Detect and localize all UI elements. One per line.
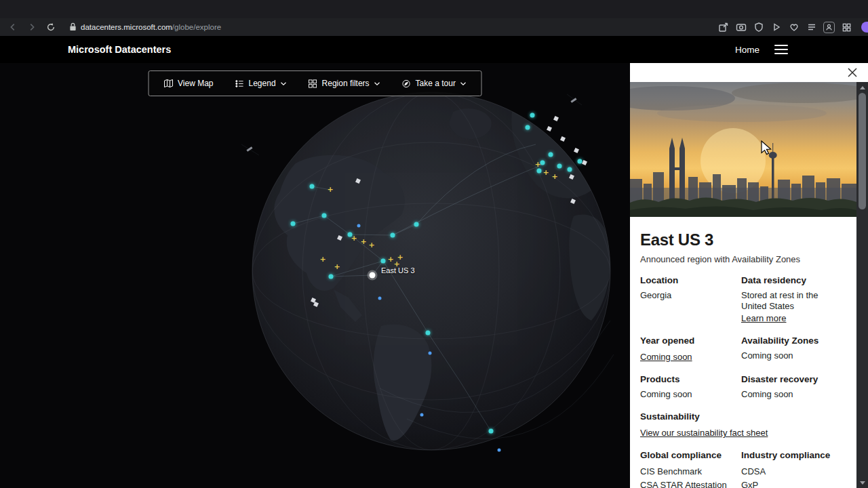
scrollbar-thumb[interactable] (859, 93, 866, 209)
chevron-down-icon (281, 81, 287, 86)
globe-marker[interactable] (414, 222, 419, 227)
globe-marker[interactable] (327, 186, 334, 193)
site-title: Microsoft Datacenters (68, 44, 171, 55)
globe-marker[interactable] (391, 233, 395, 238)
legend-dropdown[interactable]: Legend (224, 71, 298, 96)
tour-icon (402, 79, 411, 88)
shield-icon[interactable] (753, 22, 764, 33)
site-header: Microsoft Datacenters Home (0, 36, 868, 63)
globe-marker[interactable] (420, 413, 424, 417)
globe-marker[interactable] (560, 136, 566, 142)
field-label: Availability Zones (741, 336, 840, 346)
globe-marker[interactable] (310, 184, 315, 189)
sustainability-fact-sheet-link[interactable]: View our sustainability fact sheet (640, 428, 768, 438)
globe-marker[interactable] (570, 199, 576, 204)
scroll-down-icon[interactable] (856, 479, 868, 487)
globe-marker[interactable] (426, 331, 431, 336)
globe-marker[interactable] (549, 152, 553, 157)
globe-marker[interactable] (534, 161, 541, 168)
field-data-residency: Data residency Stored at rest in the Uni… (741, 275, 846, 324)
globe-marker[interactable] (489, 429, 494, 434)
extensions-icon[interactable] (841, 22, 852, 33)
globe-marker[interactable] (313, 302, 319, 307)
panel-scrollbar[interactable] (856, 82, 868, 488)
globe-marker[interactable] (498, 449, 501, 452)
globe-marker[interactable] (429, 352, 432, 355)
field-disaster-recovery: Disaster recovery Coming soon (741, 374, 846, 400)
region-filters-label: Region filters (322, 79, 370, 88)
globe-marker[interactable] (551, 174, 558, 180)
chevron-down-icon (460, 81, 467, 86)
globe-marker[interactable] (381, 259, 386, 264)
learn-more-link[interactable]: Learn more (741, 313, 786, 323)
field-label: Global compliance (640, 450, 734, 460)
compliance-item: CDSA (741, 465, 840, 479)
globe-marker[interactable] (370, 272, 376, 279)
region-subtitle: Announced region with Availability Zones (640, 254, 846, 264)
field-label: Year opened (640, 336, 734, 346)
legend-label: Legend (249, 79, 276, 88)
legend-icon (235, 79, 244, 88)
globe-marker[interactable] (582, 160, 587, 165)
globe-marker[interactable] (357, 224, 361, 228)
view-map-button[interactable]: View Map (153, 71, 224, 96)
close-icon[interactable] (845, 65, 860, 80)
globe-marker[interactable] (334, 264, 340, 270)
globe-marker[interactable] (378, 297, 382, 300)
globe-marker[interactable] (553, 116, 559, 121)
field-industry-compliance: Industry compliance CDSA GxP (741, 450, 846, 488)
field-global-compliance: Global compliance CIS Benchmark CSA STAR… (640, 450, 741, 488)
field-value: Coming soon (640, 389, 734, 400)
globe-marker[interactable] (337, 235, 342, 241)
take-a-tour-dropdown[interactable]: Take a tour (391, 71, 477, 96)
field-location: Location Georgia (640, 275, 741, 324)
url-domain: datacenters.microsoft.com (81, 23, 172, 31)
selected-region-label[interactable]: East US 3 (381, 266, 415, 274)
share-icon[interactable] (717, 22, 729, 33)
globe-marker[interactable] (530, 113, 535, 118)
refresh-button[interactable] (45, 21, 57, 33)
forward-button[interactable] (26, 21, 38, 33)
address-bar[interactable]: datacenters.microsoft.com/globe/explore (69, 22, 221, 33)
field-label: Sustainability (640, 411, 840, 422)
reading-list-icon[interactable] (806, 22, 817, 33)
globe-marker[interactable] (246, 146, 252, 152)
window-titlebar (0, 0, 868, 18)
globe-marker[interactable] (351, 235, 357, 242)
menu-icon[interactable] (774, 42, 788, 57)
globe-marker[interactable] (526, 125, 530, 130)
globe-marker[interactable] (319, 256, 326, 263)
view-map-label: View Map (178, 79, 213, 88)
globe-marker[interactable] (329, 274, 334, 279)
chevron-down-icon (374, 81, 380, 86)
profile-icon[interactable] (823, 22, 835, 33)
year-opened-link[interactable]: Coming soon (640, 352, 692, 362)
globe-marker[interactable] (569, 174, 574, 180)
back-button[interactable] (7, 21, 19, 33)
globe-marker[interactable] (355, 178, 361, 184)
url-path: /globe/explore (172, 23, 221, 31)
take-a-tour-label: Take a tour (416, 79, 456, 88)
globe-marker[interactable] (568, 167, 572, 172)
browser-toolbar: datacenters.microsoft.com/globe/explore (0, 18, 868, 36)
play-icon[interactable] (770, 22, 782, 33)
globe-view[interactable]: View Map Legend Region filters (0, 63, 630, 488)
globe-marker[interactable] (537, 169, 542, 174)
region-hero-image (630, 82, 856, 217)
region-filters-dropdown[interactable]: Region filters (298, 71, 391, 96)
globe-marker[interactable] (547, 126, 552, 131)
globe-marker[interactable] (557, 164, 562, 169)
globe-marker[interactable] (570, 98, 576, 103)
home-link[interactable]: Home (735, 45, 760, 55)
globe-marker[interactable] (574, 148, 579, 153)
heart-icon[interactable] (788, 22, 800, 33)
compliance-item: CSA STAR Attestation (640, 479, 734, 488)
globe-marker[interactable] (360, 239, 367, 245)
avatar[interactable] (861, 22, 868, 33)
globe-marker[interactable] (322, 214, 327, 218)
globe-marker[interactable] (291, 222, 296, 226)
camera-icon[interactable] (735, 22, 747, 33)
globe-marker[interactable] (368, 242, 375, 249)
scroll-up-icon[interactable] (856, 83, 868, 92)
globe-marker[interactable] (542, 169, 549, 176)
